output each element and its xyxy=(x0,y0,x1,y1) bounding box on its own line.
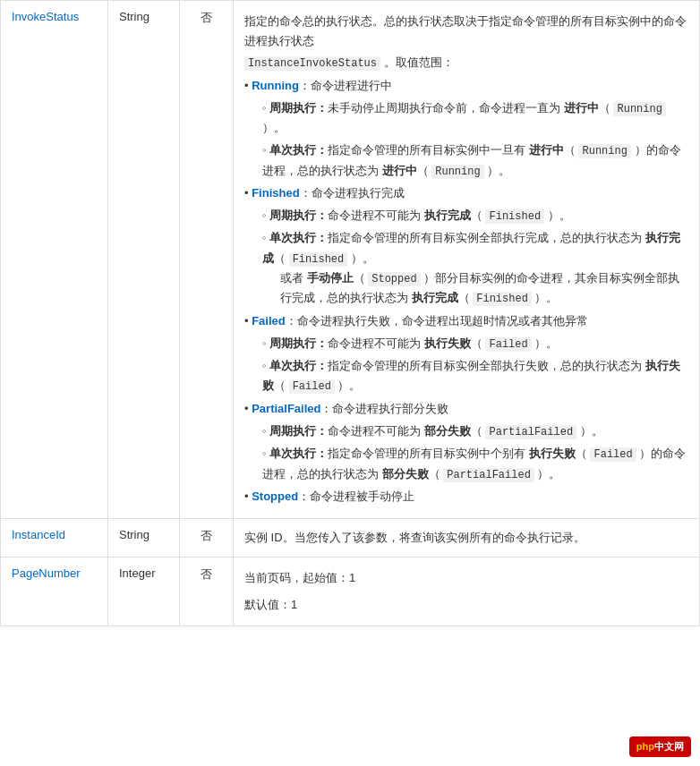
field-name-invokestatus[interactable]: InvokeStatus xyxy=(1,1,108,519)
running-sub-list: 周期执行：未手动停止周期执行命令前，命令进程一直为 进行中（ Running ）… xyxy=(244,98,688,181)
single-label-1: 单次执行： xyxy=(269,143,328,157)
running-bold-3: 进行中 xyxy=(382,164,417,177)
failed-sub-list: 周期执行：命令进程不可能为 执行失败（ Failed ）。 单次执行：指定命令管… xyxy=(244,334,688,396)
stopped-code: Stopped xyxy=(368,272,420,286)
running-bold-2: 进行中 xyxy=(529,143,564,157)
status-running: Running：命令进程进行中 周期执行：未手动停止周期执行命令前，命令进程一直… xyxy=(244,76,688,181)
running-code-3: Running xyxy=(431,165,483,179)
failed-bold-1: 执行失败 xyxy=(424,336,471,350)
partialfailed-code-3: PartialFailed xyxy=(443,468,534,482)
running-label: Running xyxy=(252,79,299,92)
status-partialfailed: PartialFailed：命令进程执行部分失败 周期执行：命令进程不可能为 部… xyxy=(244,399,688,484)
status-stopped: Stopped：命令进程被手动停止 xyxy=(244,487,688,506)
field-type-invokestatus: String xyxy=(108,1,180,519)
failed-code-1: Failed xyxy=(485,337,531,352)
finished-bold-3: 执行完成 xyxy=(412,291,458,304)
status-failed: Failed：命令进程执行失败，命令进程出现超时情况或者其他异常 周期执行：命令… xyxy=(244,311,688,396)
running-bold-1: 进行中 xyxy=(564,101,599,115)
partialfailed-code-1: PartialFailed xyxy=(485,425,576,439)
stopped-bold: 手动停止 xyxy=(307,271,354,285)
finished-sub-2: 单次执行：指定命令管理的所有目标实例全部执行完成，总的执行状态为 执行完成（ F… xyxy=(262,228,688,308)
periodic-label-4: 周期执行： xyxy=(269,424,328,438)
finished-bold-1: 执行完成 xyxy=(424,209,471,222)
status-list: Running：命令进程进行中 周期执行：未手动停止周期执行命令前，命令进程一直… xyxy=(244,76,688,506)
field-name-pagenumber[interactable]: PageNumber xyxy=(1,557,108,626)
running-sub-2: 单次执行：指定命令管理的所有目标实例中一旦有 进行中（ Running ）的命令… xyxy=(262,140,688,181)
partialfailed-bold-1: 部分失败 xyxy=(424,424,471,438)
finished-code-1: Finished xyxy=(485,209,544,224)
partialfailed-sub-list: 周期执行：命令进程不可能为 部分失败（ PartialFailed ）。 单次执… xyxy=(244,421,688,484)
finished-sub-1: 周期执行：命令进程不可能为 执行完成（ Finished ）。 xyxy=(262,206,688,226)
periodic-label-2: 周期执行： xyxy=(269,209,328,222)
desc-enum-ref: InstanceInvokeStatus 。取值范围： xyxy=(244,53,688,72)
partialfailed-code-2: Failed xyxy=(590,447,636,462)
instance-invoke-status-code: InstanceInvokeStatus xyxy=(244,56,380,71)
field-name-instanceid[interactable]: InstanceId xyxy=(1,519,108,557)
finished-extra: 或者 手动停止（ Stopped ）部分目标实例的命令进程，其余目标实例全部执行… xyxy=(262,268,688,309)
partialfailed-label: PartialFailed xyxy=(252,402,320,415)
table-row-pagenumber: PageNumber Integer 否 当前页码，起始值：1 默认值：1 xyxy=(1,557,700,626)
table-row-instanceid: InstanceId String 否 实例 ID。当您传入了该参数，将查询该实… xyxy=(1,519,700,557)
partialfailed-sub-2: 单次执行：指定命令管理的所有目标实例中个别有 执行失败（ Failed ）的命令… xyxy=(262,444,688,484)
single-label-4: 单次执行： xyxy=(269,447,328,460)
field-type-instanceid: String xyxy=(108,519,180,557)
desc-intro: 指定的命令总的执行状态。总的执行状态取决于指定命令管理的所有目标实例中的命令进程… xyxy=(244,12,688,51)
running-code-2: Running xyxy=(578,144,630,158)
running-code-1: Running xyxy=(613,102,665,116)
single-label-3: 单次执行： xyxy=(269,359,328,372)
field-type-pagenumber: Integer xyxy=(108,557,180,626)
periodic-label-3: 周期执行： xyxy=(269,336,328,350)
finished-label: Finished xyxy=(252,186,299,200)
finished-code-3: Finished xyxy=(473,292,532,306)
finished-code-2: Finished xyxy=(289,252,348,267)
status-finished: Finished：命令进程执行完成 周期执行：命令进程不可能为 执行完成（ Fi… xyxy=(244,183,688,309)
failed-sub-2: 单次执行：指定命令管理的所有目标实例全部执行失败，总的执行状态为 执行失败（ F… xyxy=(262,356,688,396)
failed-code-2: Failed xyxy=(289,379,335,394)
failed-sub-1: 周期执行：命令进程不可能为 执行失败（ Failed ）。 xyxy=(262,334,688,353)
stopped-label: Stopped xyxy=(252,489,298,503)
pagenumber-desc-2: 默认值：1 xyxy=(244,595,688,615)
periodic-label-1: 周期执行： xyxy=(269,101,328,115)
single-label-2: 单次执行： xyxy=(269,231,328,244)
field-required-pagenumber: 否 xyxy=(180,557,234,626)
running-sub-1: 周期执行：未手动停止周期执行命令前，命令进程一直为 进行中（ Running ）… xyxy=(262,98,688,138)
pagenumber-desc-1: 当前页码，起始值：1 xyxy=(244,568,688,588)
field-required-invokestatus: 否 xyxy=(180,1,234,519)
table-row-invokestatus: InvokeStatus String 否 指定的命令总的执行状态。总的执行状态… xyxy=(1,1,700,519)
field-desc-invokestatus: 指定的命令总的执行状态。总的执行状态取决于指定命令管理的所有目标实例中的命令进程… xyxy=(234,1,700,519)
partialfailed-bold-3: 部分失败 xyxy=(382,467,429,481)
finished-sub-list: 周期执行：命令进程不可能为 执行完成（ Finished ）。 单次执行：指定命… xyxy=(244,206,688,309)
field-required-instanceid: 否 xyxy=(180,519,234,557)
field-desc-pagenumber: 当前页码，起始值：1 默认值：1 xyxy=(234,557,700,626)
partialfailed-sub-1: 周期执行：命令进程不可能为 部分失败（ PartialFailed ）。 xyxy=(262,421,688,441)
failed-label: Failed xyxy=(252,314,286,328)
field-desc-instanceid: 实例 ID。当您传入了该参数，将查询该实例所有的命令执行记录。 xyxy=(234,519,700,557)
partialfailed-bold-2: 执行失败 xyxy=(529,447,576,460)
